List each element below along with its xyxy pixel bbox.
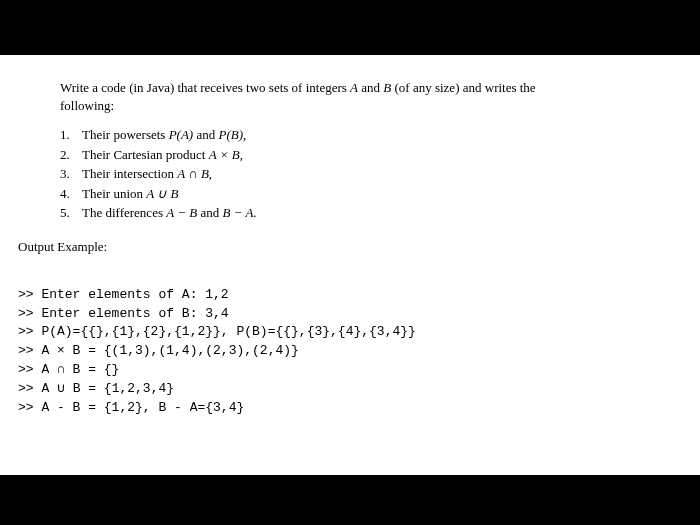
list-item: 1. Their powersets P(A) and P(B), <box>60 125 682 145</box>
intro-text-3: (of any size) and writes the <box>391 80 535 95</box>
intro-text-2: and <box>358 80 383 95</box>
item-content: Their union A ∪ B <box>82 184 178 204</box>
output-line: >> Enter elements of A: 1,2 <box>18 287 229 302</box>
item-number: 2. <box>60 145 82 165</box>
output-line: >> Enter elements of B: 3,4 <box>18 306 229 321</box>
item-number: 3. <box>60 164 82 184</box>
intro-paragraph: Write a code (in Java) that receives two… <box>60 79 682 115</box>
item-content: Their intersection A ∩ B, <box>82 164 212 184</box>
list-item: 5. The differences A − B and B − A. <box>60 203 682 223</box>
item-number: 1. <box>60 125 82 145</box>
item-number: 4. <box>60 184 82 204</box>
output-line: >> A - B = {1,2}, B - A={3,4} <box>18 400 244 415</box>
output-line: >> A ∩ B = {} <box>18 362 119 377</box>
output-line: >> P(A)={{},{1},{2},{1,2}}, P(B)={{},{3}… <box>18 324 416 339</box>
output-block: >> Enter elements of A: 1,2 >> Enter ele… <box>18 267 682 418</box>
item-content: Their Cartesian product A × B, <box>82 145 243 165</box>
var-A: A <box>350 80 358 95</box>
item-content: Their powersets P(A) and P(B), <box>82 125 246 145</box>
output-line: >> A × B = {(1,3),(1,4),(2,3),(2,4)} <box>18 343 299 358</box>
item-content: The differences A − B and B − A. <box>82 203 257 223</box>
list-item: 2. Their Cartesian product A × B, <box>60 145 682 165</box>
output-line: >> A ∪ B = {1,2,3,4} <box>18 381 174 396</box>
document-page: Write a code (in Java) that receives two… <box>0 55 700 475</box>
task-list: 1. Their powersets P(A) and P(B), 2. The… <box>60 125 682 223</box>
list-item: 3. Their intersection A ∩ B, <box>60 164 682 184</box>
output-title: Output Example: <box>18 239 682 255</box>
item-number: 5. <box>60 203 82 223</box>
intro-text-4: following: <box>60 98 114 113</box>
intro-text-1: Write a code (in Java) that receives two… <box>60 80 350 95</box>
list-item: 4. Their union A ∪ B <box>60 184 682 204</box>
